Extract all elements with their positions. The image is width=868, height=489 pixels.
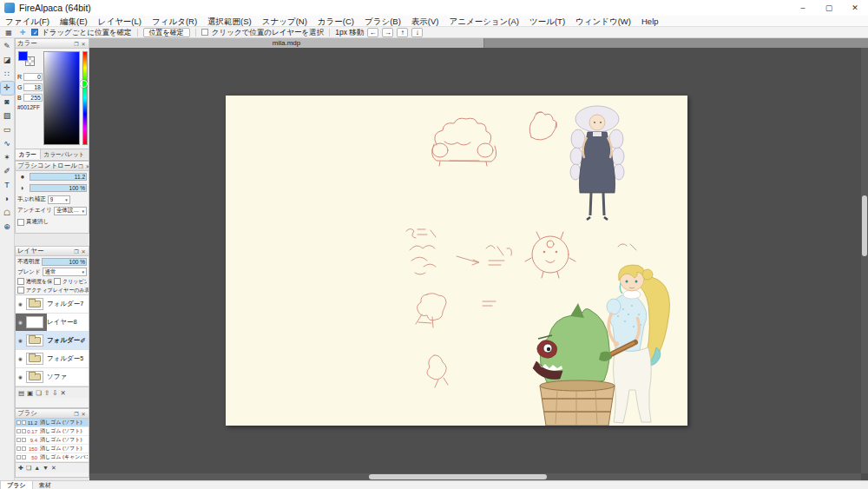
canvas[interactable] <box>226 96 687 426</box>
brush-item[interactable]: 0.17 消しゴム (ソフト) <box>16 427 89 436</box>
menu-snap[interactable]: スナップ(N) <box>257 16 312 27</box>
foreground-color-swatch[interactable] <box>18 51 28 61</box>
drag-confirm-checkbox[interactable] <box>31 29 38 36</box>
panel-float-icon[interactable]: ❐ <box>73 41 80 47</box>
stabilizer-dropdown[interactable]: 9 ▾ <box>48 195 70 204</box>
layer-row[interactable]: ◉ レイヤー8 <box>16 314 89 332</box>
brush-check-icon[interactable] <box>22 446 26 451</box>
panel-close-icon[interactable]: ✕ <box>80 41 87 47</box>
visibility-eye-icon[interactable]: ◉ <box>16 338 24 343</box>
layer-opacity-slider[interactable]: 100 % <box>42 258 87 266</box>
visibility-eye-icon[interactable]: ◉ <box>16 301 24 307</box>
maximize-button[interactable]: ▢ <box>816 0 842 16</box>
minimize-button[interactable]: – <box>790 0 816 16</box>
select-pen-tool[interactable]: ✐ <box>1 165 14 178</box>
saturation-value-box[interactable] <box>43 51 80 145</box>
dot-pen-tool[interactable]: ∷ <box>1 68 14 81</box>
clipping-checkbox[interactable] <box>54 278 61 285</box>
select-tool[interactable]: ▭ <box>1 123 14 136</box>
visibility-eye-icon[interactable]: ◉ <box>16 356 24 361</box>
tab-color-palette[interactable]: カラーパレット <box>41 149 88 159</box>
fill-tool[interactable]: ◙ <box>1 96 14 109</box>
brush-item[interactable]: 150 消しゴム (ソフト) <box>16 445 89 453</box>
menu-filter[interactable]: フィルタ(R) <box>147 16 202 27</box>
confirm-position-button[interactable]: 位置を確定 <box>143 28 190 37</box>
visibility-eye-icon[interactable]: ◉ <box>16 320 24 325</box>
new-layer-icon[interactable]: ▤ <box>18 389 24 397</box>
transfer-layer-icon[interactable]: ⇧ <box>44 389 49 397</box>
active-only-checkbox[interactable] <box>17 287 24 294</box>
dock-tab-material[interactable]: 素材 <box>33 481 57 489</box>
hue-bar[interactable] <box>82 51 88 145</box>
punch-erase-checkbox[interactable] <box>17 219 24 226</box>
delete-layer-icon[interactable]: ✕ <box>61 389 66 397</box>
document-tab[interactable]: mila.mdp <box>89 38 484 48</box>
panel-close-icon[interactable]: ✕ <box>80 248 87 254</box>
move-brush-down-icon[interactable]: ▼ <box>43 465 49 471</box>
g-value-field[interactable]: 18 <box>23 83 43 91</box>
hex-color-value[interactable]: #0012FF <box>17 104 40 110</box>
brush-check-icon[interactable] <box>22 438 26 442</box>
layer-row[interactable]: ◉ フォルダー5 <box>16 350 89 368</box>
menu-animation[interactable]: アニメーション(A) <box>444 16 525 27</box>
click-select-layer-checkbox[interactable] <box>201 29 208 36</box>
brush-item[interactable]: 9.4 消しゴム (ソフト) <box>16 436 89 445</box>
tab-color[interactable]: カラー <box>16 149 41 159</box>
blend-mode-dropdown[interactable]: 通常 ▾ <box>43 268 87 276</box>
zoom-tool[interactable]: ⊕ <box>1 221 14 234</box>
protect-alpha-checkbox[interactable] <box>17 278 24 285</box>
brush-size-slider[interactable]: 11.2 <box>30 173 87 181</box>
move-tool[interactable]: ✛ <box>1 82 14 95</box>
menu-file[interactable]: ファイル(F) <box>0 16 55 27</box>
brush-item[interactable]: 50 消しゴム (キャンバス) <box>16 453 89 462</box>
eraser-tool[interactable]: ◪ <box>1 54 14 67</box>
brush-tool[interactable]: ✎ <box>1 40 14 53</box>
lasso-tool[interactable]: ∿ <box>1 137 14 150</box>
brush-item[interactable]: 11.2 消しゴム (ソフト) <box>16 419 89 427</box>
close-button[interactable]: ✕ <box>842 0 868 16</box>
antialias-dropdown[interactable]: 全体設定を使う ▾ <box>54 207 87 215</box>
brush-check-icon[interactable] <box>16 446 21 451</box>
layer-row[interactable]: ◉ ソファ <box>16 368 89 387</box>
move-up-button[interactable]: ↑ <box>397 28 408 37</box>
b-value-field[interactable]: 255 <box>23 94 43 102</box>
merge-layer-icon[interactable]: ⇩ <box>52 389 57 397</box>
panel-close-icon[interactable]: ✕ <box>84 163 89 169</box>
r-value-field[interactable]: 0 <box>23 73 43 81</box>
menu-tool[interactable]: ツール(T) <box>524 16 570 27</box>
menu-select[interactable]: 選択範囲(S) <box>202 16 257 27</box>
duplicate-layer-icon[interactable]: ▣ <box>27 389 33 397</box>
canvas-artwork[interactable] <box>226 96 687 426</box>
panel-float-icon[interactable]: ❐ <box>73 248 80 254</box>
visibility-eye-icon[interactable]: ◉ <box>16 374 24 380</box>
brush-check-icon[interactable] <box>16 429 21 433</box>
magic-wand-tool[interactable]: ✶ <box>1 151 14 164</box>
panel-float-icon[interactable]: ❐ <box>77 163 84 169</box>
move-left-button[interactable]: ← <box>367 28 378 37</box>
add-brush-icon[interactable]: ✚ <box>18 465 23 472</box>
brush-check-icon[interactable] <box>22 455 26 459</box>
text-tool[interactable]: T <box>1 179 14 192</box>
brush-opacity-slider[interactable]: 100 % <box>30 184 87 192</box>
move-brush-up-icon[interactable]: ▲ <box>34 465 40 471</box>
layer-row[interactable]: ◉ フォルダー7 <box>16 295 89 314</box>
menu-brush[interactable]: ブラシ(B) <box>359 16 406 27</box>
panel-float-icon[interactable]: ❐ <box>73 411 80 417</box>
brush-check-icon[interactable] <box>22 420 26 425</box>
menu-help[interactable]: Help <box>636 16 664 27</box>
dock-tab-brush[interactable]: ブラシ <box>0 481 33 489</box>
gradient-tool[interactable]: ▧ <box>1 109 14 122</box>
menu-view[interactable]: 表示(V) <box>406 16 444 27</box>
brush-check-icon[interactable] <box>16 455 21 459</box>
snap-grid-icon[interactable]: ▦ <box>3 29 14 36</box>
eyedropper-tool[interactable]: ◗ <box>1 193 14 206</box>
panel-close-icon[interactable]: ✕ <box>80 411 87 417</box>
horizontal-scrollbar[interactable] <box>89 473 861 480</box>
brush-check-icon[interactable] <box>16 438 21 442</box>
menu-color[interactable]: カラー(C) <box>312 16 359 27</box>
new-folder-icon[interactable]: ❏ <box>36 389 42 397</box>
menu-window[interactable]: ウィンドウ(W) <box>570 16 636 27</box>
brush-folder-icon[interactable]: ❏ <box>26 465 31 472</box>
hue-cursor[interactable] <box>80 80 88 88</box>
vertical-scrollbar-thumb[interactable] <box>862 195 867 256</box>
